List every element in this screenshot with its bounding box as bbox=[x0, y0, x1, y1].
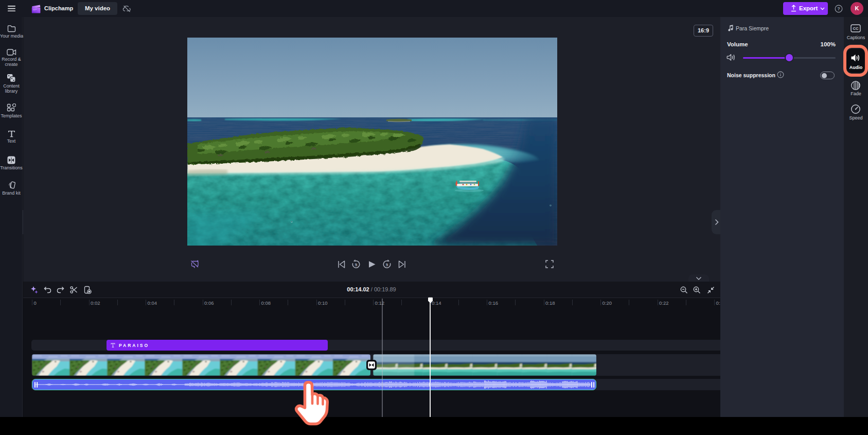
svg-text:?: ? bbox=[837, 6, 840, 11]
svg-text:5: 5 bbox=[355, 263, 358, 267]
svg-text:5: 5 bbox=[386, 263, 388, 267]
svg-text:CC: CC bbox=[853, 26, 859, 31]
